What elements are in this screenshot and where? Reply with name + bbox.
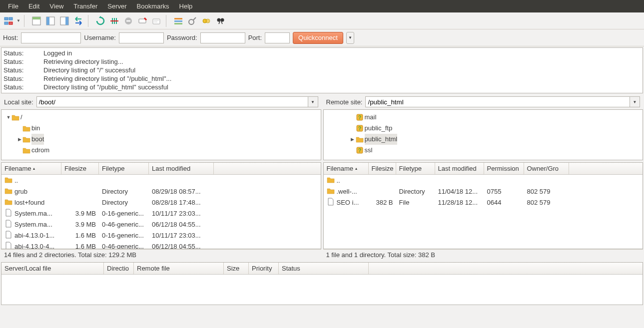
column-header[interactable]: Size — [224, 263, 249, 274]
local-filelist-body[interactable]: ..grubDirectory08/29/18 08:57...lost+fou… — [1, 175, 321, 249]
disconnect-button[interactable] — [136, 14, 149, 27]
menubar: FileEditViewTransferServerBookmarksHelp — [0, 0, 644, 12]
column-header[interactable]: Server/Local file — [1, 263, 104, 274]
folder-icon — [22, 135, 31, 143]
remote-panel: Remote site: ▼ mailpublic_ftp▶public_htm… — [323, 94, 644, 260]
local-status: 14 files and 2 directories. Total size: … — [1, 249, 321, 260]
refresh-button[interactable] — [94, 14, 107, 27]
menu-view[interactable]: View — [44, 0, 68, 12]
local-path-input[interactable] — [36, 96, 308, 107]
port-label: Port: — [248, 34, 262, 41]
file-row[interactable]: lost+foundDirectory08/28/18 17:48... — [1, 197, 321, 208]
file-row[interactable]: System.ma...3.9 MB0-16-generic...10/11/1… — [1, 208, 321, 219]
status-log[interactable]: Status:Logged inStatus:Retrieving direct… — [1, 47, 643, 93]
toggle-local-tree-button[interactable] — [44, 14, 57, 27]
svg-rect-2 — [4, 17, 8, 20]
menu-help[interactable]: Help — [174, 0, 198, 12]
tree-node[interactable]: bin — [1, 123, 321, 134]
column-header[interactable]: Filetype — [396, 163, 435, 174]
file-row[interactable]: SEO i...382 BFile11/28/18 12...0644802 5… — [324, 197, 643, 208]
file-row[interactable]: .. — [1, 175, 321, 186]
column-header[interactable]: Filesize — [369, 163, 396, 174]
remote-filelist-body[interactable]: ...well-...Directory11/04/18 12...075580… — [324, 175, 643, 249]
toggle-log-button[interactable] — [30, 14, 43, 27]
svg-point-20 — [206, 19, 210, 23]
folder-icon — [356, 135, 365, 143]
remote-status: 1 file and 1 directory. Total size: 382 … — [323, 249, 644, 260]
process-queue-button[interactable] — [108, 14, 121, 27]
column-header[interactable]: Owner/Gro — [524, 163, 569, 174]
column-header[interactable]: Permission — [484, 163, 524, 174]
quickconnect-button[interactable]: Quickconnect — [293, 32, 343, 44]
svg-rect-9 — [46, 17, 49, 25]
svg-rect-3 — [9, 17, 12, 20]
tree-node[interactable]: ▼/ — [1, 112, 321, 123]
menu-file[interactable]: File — [3, 0, 23, 12]
site-manager-dropdown[interactable]: ▼ — [16, 18, 21, 23]
host-label: Host: — [3, 34, 18, 41]
filter-button[interactable] — [172, 14, 185, 27]
file-row[interactable]: .. — [324, 175, 643, 186]
sync-browse-button[interactable] — [200, 14, 213, 27]
file-row[interactable]: abi-4.13.0-4...1.6 MB0-46-generic...06/1… — [1, 241, 321, 249]
site-manager-button[interactable] — [2, 14, 15, 27]
column-header[interactable]: Filename ▴ — [324, 163, 369, 174]
status-row: Status:Retrieving directory listing of "… — [3, 74, 641, 83]
column-header[interactable]: Remote file — [134, 263, 224, 274]
username-input[interactable] — [119, 32, 164, 43]
unknown-icon — [356, 146, 365, 154]
column-header[interactable]: Filename ▴ — [1, 163, 61, 174]
remote-site-label: Remote site: — [326, 98, 363, 106]
toggle-queue-button[interactable] — [72, 14, 85, 27]
column-header[interactable]: Directio — [104, 263, 134, 274]
local-tree[interactable]: ▼/bin▶bootcdrom — [1, 109, 321, 160]
column-header[interactable]: Filesize — [61, 163, 99, 174]
remote-tree[interactable]: mailpublic_ftp▶public_htmlssl — [323, 109, 644, 160]
file-row[interactable]: grubDirectory08/29/18 08:57... — [1, 186, 321, 197]
tree-node[interactable]: mail — [324, 112, 643, 123]
status-row: Status:Directory listing of "/public_htm… — [3, 83, 641, 91]
tree-node[interactable]: ssl — [324, 145, 643, 156]
svg-rect-13 — [139, 19, 146, 23]
cancel-button[interactable] — [122, 14, 135, 27]
column-header[interactable]: Status — [279, 263, 369, 274]
host-input[interactable] — [21, 32, 81, 43]
password-input[interactable] — [200, 32, 245, 43]
port-input[interactable] — [265, 32, 290, 43]
status-row: Status:Directory listing of "/" successf… — [3, 66, 641, 74]
quickconnect-dropdown[interactable]: ▼ — [346, 32, 354, 44]
reconnect-button[interactable] — [150, 14, 163, 27]
menu-server[interactable]: Server — [102, 0, 131, 12]
folder-icon — [327, 176, 335, 185]
column-header[interactable]: Filetype — [99, 163, 149, 174]
file-row[interactable]: abi-4.13.0-1...1.6 MB0-16-generic...10/1… — [1, 230, 321, 241]
svg-rect-14 — [153, 19, 160, 24]
menu-edit[interactable]: Edit — [23, 0, 44, 12]
file-row[interactable]: System.ma...3.9 MB0-46-generic...06/12/1… — [1, 219, 321, 230]
column-header[interactable]: Last modified — [435, 163, 484, 174]
remote-filelist: Filename ▴FilesizeFiletypeLast modifiedP… — [323, 162, 644, 249]
folder-icon — [22, 146, 31, 154]
queue-body[interactable] — [1, 275, 643, 305]
tree-node[interactable]: cdrom — [1, 145, 321, 156]
menu-transfer[interactable]: Transfer — [68, 0, 102, 12]
tree-node[interactable]: ▶boot — [1, 134, 321, 145]
separator — [24, 15, 27, 27]
column-header[interactable]: Priority — [249, 263, 279, 274]
remote-path-dropdown[interactable]: ▼ — [630, 96, 640, 107]
toolbar: ▼ — [0, 12, 644, 29]
local-path-dropdown[interactable]: ▼ — [308, 96, 318, 107]
compare-button[interactable] — [186, 14, 199, 27]
queue-panel: Server/Local fileDirectioRemote fileSize… — [1, 262, 643, 305]
svg-rect-15 — [174, 18, 182, 19]
toggle-remote-tree-button[interactable] — [58, 14, 71, 27]
column-header[interactable]: Last modified — [149, 163, 214, 174]
folder-icon — [4, 187, 12, 196]
svg-rect-7 — [32, 17, 40, 19]
search-button[interactable] — [214, 14, 227, 27]
menu-bookmarks[interactable]: Bookmarks — [132, 0, 174, 12]
remote-path-input[interactable] — [365, 96, 630, 107]
tree-node[interactable]: public_ftp — [324, 123, 643, 134]
tree-node[interactable]: ▶public_html — [324, 134, 643, 145]
file-row[interactable]: .well-...Directory11/04/18 12...0755802 … — [324, 186, 643, 197]
